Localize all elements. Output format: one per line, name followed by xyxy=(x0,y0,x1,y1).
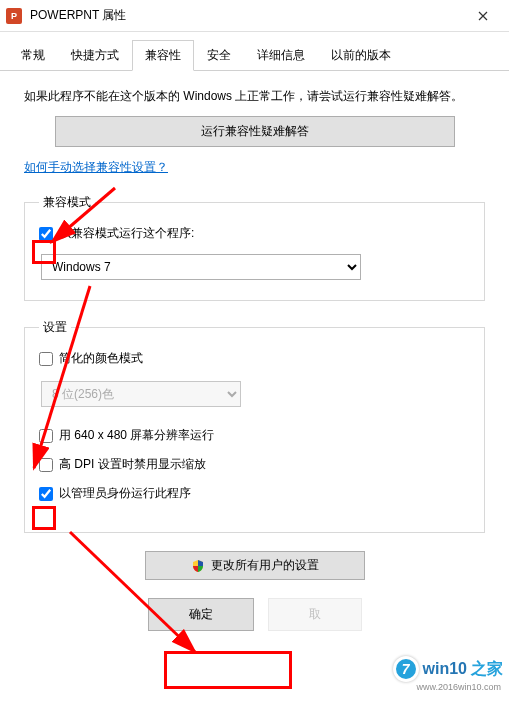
dpi-row: 高 DPI 设置时禁用显示缩放 xyxy=(37,456,472,473)
resolution-row: 用 640 x 480 屏幕分辨率运行 xyxy=(37,427,472,444)
run-as-admin-label[interactable]: 以管理员身份运行此程序 xyxy=(59,485,191,502)
color-depth-select: 8 位(256)色 xyxy=(41,381,241,407)
compat-os-select[interactable]: Windows 7 xyxy=(41,254,361,280)
close-button[interactable] xyxy=(463,2,503,30)
watermark-text-2: 之家 xyxy=(471,659,503,680)
settings-legend: 设置 xyxy=(39,319,71,336)
dialog-footer: 确定 取 xyxy=(24,580,485,631)
tab-compatibility[interactable]: 兼容性 xyxy=(132,40,194,71)
compat-mode-checkbox[interactable] xyxy=(39,227,53,241)
dpi-label[interactable]: 高 DPI 设置时禁用显示缩放 xyxy=(59,456,206,473)
watermark: 7 win10之家 www.2016win10.com xyxy=(393,656,503,682)
tab-previous-versions[interactable]: 以前的版本 xyxy=(318,40,404,70)
tabs-bar: 常规 快捷方式 兼容性 安全 详细信息 以前的版本 xyxy=(0,32,509,71)
ok-button[interactable]: 确定 xyxy=(148,598,254,631)
compatibility-description: 如果此程序不能在这个版本的 Windows 上正常工作，请尝试运行兼容性疑难解答… xyxy=(24,87,485,106)
change-all-users-button[interactable]: 更改所有用户的设置 xyxy=(145,551,365,580)
reduced-color-label[interactable]: 简化的颜色模式 xyxy=(59,350,143,367)
tab-details[interactable]: 详细信息 xyxy=(244,40,318,70)
watermark-url: www.2016win10.com xyxy=(416,682,501,692)
compatibility-mode-legend: 兼容模式 xyxy=(39,194,95,211)
reduced-color-row: 简化的颜色模式 xyxy=(37,350,472,367)
close-icon xyxy=(478,11,488,21)
compatibility-mode-group: 兼容模式 以兼容模式运行这个程序: Windows 7 xyxy=(24,194,485,301)
run-troubleshooter-button[interactable]: 运行兼容性疑难解答 xyxy=(55,116,455,147)
watermark-logo-icon: 7 xyxy=(393,656,419,682)
uac-shield-icon xyxy=(191,559,205,573)
tab-security[interactable]: 安全 xyxy=(194,40,244,70)
change-all-users-label: 更改所有用户的设置 xyxy=(211,557,319,574)
tab-content: 如果此程序不能在这个版本的 Windows 上正常工作，请尝试运行兼容性疑难解答… xyxy=(0,71,509,641)
powerpoint-icon: P xyxy=(6,8,22,24)
manual-settings-link[interactable]: 如何手动选择兼容性设置？ xyxy=(24,159,168,176)
watermark-text-1: win10 xyxy=(423,660,467,678)
tab-general[interactable]: 常规 xyxy=(8,40,58,70)
compat-mode-row: 以兼容模式运行这个程序: xyxy=(37,225,472,242)
annotation-box-ok-button xyxy=(164,651,292,689)
tab-shortcut[interactable]: 快捷方式 xyxy=(58,40,132,70)
run-as-admin-checkbox[interactable] xyxy=(39,487,53,501)
settings-group: 设置 简化的颜色模式 8 位(256)色 用 640 x 480 屏幕分辨率运行… xyxy=(24,319,485,533)
resolution-label[interactable]: 用 640 x 480 屏幕分辨率运行 xyxy=(59,427,214,444)
window-title: POWERPNT 属性 xyxy=(30,7,463,24)
dpi-checkbox[interactable] xyxy=(39,458,53,472)
admin-row: 以管理员身份运行此程序 xyxy=(37,485,472,502)
cancel-button[interactable]: 取 xyxy=(268,598,362,631)
resolution-checkbox[interactable] xyxy=(39,429,53,443)
compat-mode-label[interactable]: 以兼容模式运行这个程序: xyxy=(59,225,194,242)
reduced-color-checkbox[interactable] xyxy=(39,352,53,366)
titlebar: P POWERPNT 属性 xyxy=(0,0,509,32)
